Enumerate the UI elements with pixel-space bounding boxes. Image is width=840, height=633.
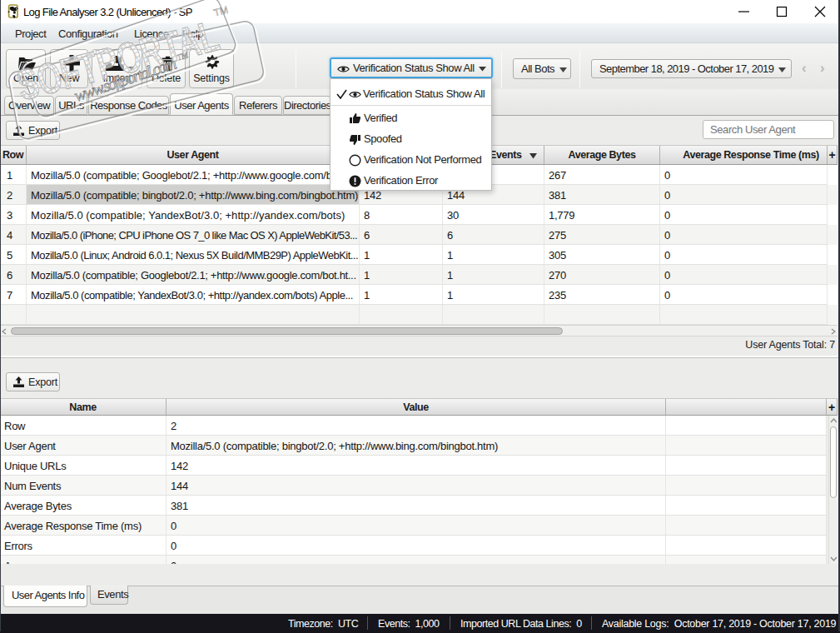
svg-text:TM: TM — [212, 4, 229, 19]
